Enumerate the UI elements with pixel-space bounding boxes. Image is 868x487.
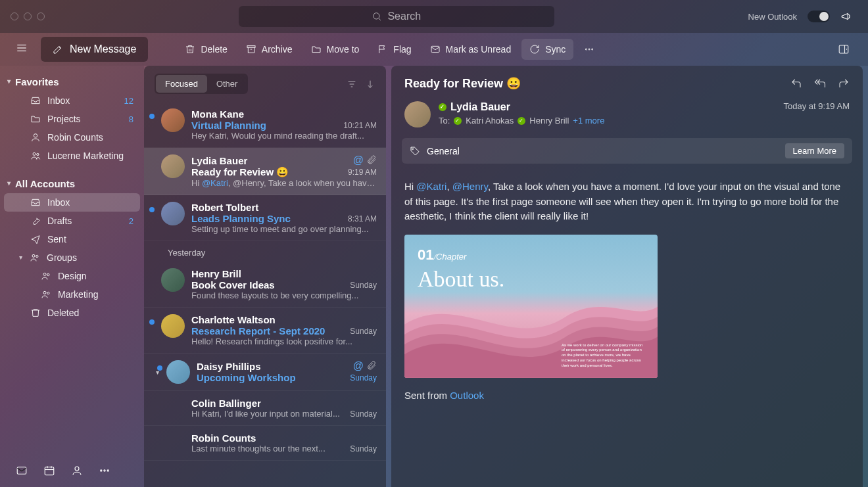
reply-icon[interactable] xyxy=(790,78,802,89)
sidebar-label: Inbox xyxy=(47,197,133,208)
sidebar-item-lucerne[interactable]: Lucerne Marketing xyxy=(4,147,140,165)
archive-icon xyxy=(246,44,256,55)
move-to-button[interactable]: Move to xyxy=(303,39,368,60)
sidebar-item-robin[interactable]: Robin Counts xyxy=(4,128,140,147)
signature-text: Sent from xyxy=(404,390,450,401)
message-preview: Setting up time to meet and go over plan… xyxy=(191,224,377,234)
trash-icon xyxy=(185,44,195,55)
avatar xyxy=(161,314,185,338)
sidebar-item-inbox[interactable]: Inbox xyxy=(4,193,140,212)
layout-button[interactable] xyxy=(830,38,857,60)
email-attachment-image[interactable]: 01/Chapter About us. As we work to deliv… xyxy=(404,235,658,378)
mail-icon[interactable] xyxy=(16,465,28,476)
email-subject: Ready for Review 😀 xyxy=(404,76,790,91)
close-window-button[interactable] xyxy=(11,12,18,20)
attachment-icon xyxy=(366,154,377,165)
sidebar-count: 2 xyxy=(129,216,133,226)
toolbar: New Message Delete Archive Move to Flag … xyxy=(0,33,868,66)
svg-point-16 xyxy=(37,153,39,155)
new-outlook-label: New Outlook xyxy=(748,12,797,22)
sidebar-item-drafts[interactable]: Drafts 2 xyxy=(4,212,140,230)
section-yesterday: Yesterday xyxy=(144,241,386,262)
sidebar-item-deleted[interactable]: Deleted xyxy=(4,304,140,322)
message-list: Focused Other Mona Kane Virtual Planning… xyxy=(144,66,386,487)
message-item[interactable]: Colin Ballinger Hi Katri, I'd like your … xyxy=(144,391,386,426)
svg-rect-7 xyxy=(431,46,439,52)
message-item[interactable]: Lydia Bauer @ Ready for Review 😀 9:19 AM… xyxy=(144,148,386,195)
message-preview: Found these layouts to be very compellin… xyxy=(191,290,377,300)
svg-point-30 xyxy=(104,470,105,471)
forward-icon[interactable] xyxy=(838,78,850,89)
delete-button[interactable]: Delete xyxy=(177,39,235,60)
svg-point-22 xyxy=(47,292,49,294)
sidebar-item-marketing[interactable]: Marketing xyxy=(4,285,140,304)
svg-point-28 xyxy=(75,467,79,471)
mention[interactable]: @Katri xyxy=(416,181,446,192)
message-time: Sunday xyxy=(350,409,377,419)
sort-icon[interactable] xyxy=(365,79,375,89)
sidebar-item-groups[interactable]: ▸ Groups xyxy=(4,248,140,267)
sidebar-label: Design xyxy=(58,271,133,281)
message-item[interactable]: ▸ Daisy Phillips @ Upcoming Workshop Sun… xyxy=(144,354,386,391)
svg-point-8 xyxy=(586,49,587,50)
minimize-window-button[interactable] xyxy=(24,12,32,20)
inbox-tabs: Focused Other xyxy=(155,74,248,94)
sync-button[interactable]: Sync xyxy=(521,39,573,60)
outlook-link[interactable]: Outlook xyxy=(450,390,484,401)
menu-button[interactable] xyxy=(11,37,33,62)
message-item[interactable]: Charlotte Waltson Research Report - Sept… xyxy=(144,308,386,354)
chevron-down-icon: ▸ xyxy=(6,80,13,83)
tab-focused[interactable]: Focused xyxy=(156,75,207,93)
sidebar-item-projects[interactable]: Projects 8 xyxy=(4,110,140,128)
reply-all-icon[interactable] xyxy=(814,78,826,89)
favorites-label: Favorites xyxy=(15,76,59,87)
recipient-name: Katri Ahokas xyxy=(466,116,514,126)
chevron-down-icon[interactable]: ▸ xyxy=(144,371,162,377)
more-icon xyxy=(584,44,594,55)
sidebar-item-sent[interactable]: Sent xyxy=(4,230,140,248)
sidebar-item-design[interactable]: Design xyxy=(4,267,140,285)
sidebar-label: Marketing xyxy=(58,289,133,300)
megaphone-icon[interactable] xyxy=(840,11,852,22)
folder-icon xyxy=(311,44,322,55)
svg-point-36 xyxy=(412,148,414,149)
message-item[interactable]: Robert Tolbert Leads Planning Sync 8:31 … xyxy=(144,195,386,241)
people-icon[interactable] xyxy=(71,465,83,476)
message-preview: Hello! Research findings look positive f… xyxy=(191,336,377,346)
filter-icon[interactable] xyxy=(347,79,357,89)
favorites-header[interactable]: ▸ Favorites xyxy=(0,72,144,91)
avatar xyxy=(161,108,185,132)
search-placeholder: Search xyxy=(387,11,421,22)
search-input[interactable]: Search xyxy=(239,6,554,27)
mark-unread-label: Mark as Unread xyxy=(446,44,512,55)
message-sender: Henry Brill xyxy=(191,268,377,279)
message-item[interactable]: Mona Kane Virtual Planning 10:21 AM Hey … xyxy=(144,102,386,148)
more-recipients-link[interactable]: +1 more xyxy=(573,116,604,126)
message-item[interactable]: Henry Brill Book Cover Ideas Sunday Foun… xyxy=(144,262,386,308)
flag-button[interactable]: Flag xyxy=(370,39,419,60)
new-outlook-toggle[interactable] xyxy=(808,11,830,22)
more-actions-button[interactable] xyxy=(576,39,602,60)
mention[interactable]: @Henry xyxy=(452,181,488,192)
sidebar-item-inbox-fav[interactable]: Inbox 12 xyxy=(4,91,140,110)
tab-other[interactable]: Other xyxy=(207,75,247,93)
mark-unread-button[interactable]: Mark as Unread xyxy=(422,39,519,60)
zoom-window-button[interactable] xyxy=(37,12,45,20)
archive-button[interactable]: Archive xyxy=(238,39,301,60)
all-accounts-header[interactable]: ▸ All Accounts xyxy=(0,174,144,193)
svg-rect-5 xyxy=(247,46,255,48)
avatar xyxy=(161,154,185,178)
search-icon xyxy=(372,11,382,22)
message-subject: Book Cover Ideas xyxy=(191,279,350,290)
tag-icon xyxy=(410,146,420,156)
learn-more-button[interactable]: Learn More xyxy=(785,143,844,158)
calendar-icon[interactable] xyxy=(43,465,55,476)
new-message-button[interactable]: New Message xyxy=(41,37,148,62)
message-subject: Upcoming Workshop xyxy=(197,372,350,383)
new-message-label: New Message xyxy=(70,43,136,55)
message-item[interactable]: Robin Counts Last minute thoughts our th… xyxy=(144,426,386,461)
sidebar-label: Drafts xyxy=(47,216,122,226)
more-icon[interactable] xyxy=(99,465,110,476)
message-time: Sunday xyxy=(350,281,377,290)
message-preview: Last minute thoughts our the next... xyxy=(191,444,350,453)
